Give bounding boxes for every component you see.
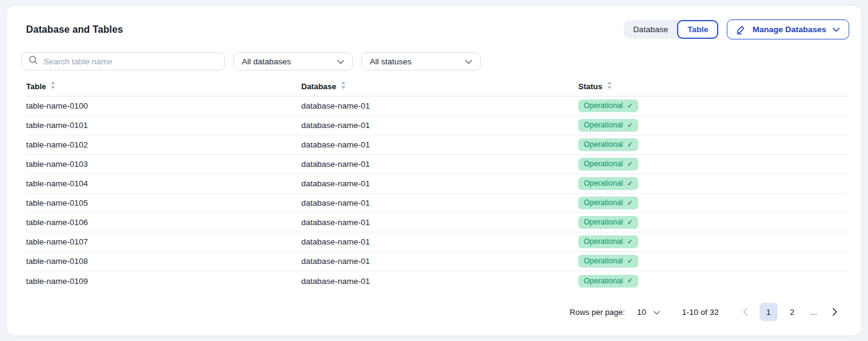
status-badge: Operational✓ — [578, 100, 638, 112]
status-filter-dropdown[interactable]: All statuses — [361, 52, 481, 70]
database-filter-value: All databases — [242, 57, 291, 66]
status-cell: Operational✓ — [578, 158, 848, 170]
database-name-cell: database-name-01 — [301, 237, 578, 246]
filters-bar: All databases All statuses — [7, 39, 861, 70]
table-row: table-name-0106database-name-01Operation… — [26, 213, 848, 232]
table-name-cell: table-name-0100 — [26, 101, 301, 110]
table-row: table-name-0104database-name-01Operation… — [26, 174, 848, 194]
column-header-table[interactable]: Table — [26, 81, 301, 91]
table-name-cell: table-name-0107 — [26, 237, 301, 246]
status-label: Operational — [584, 257, 623, 265]
page-button-2[interactable]: 2 — [783, 303, 801, 321]
view-toggle-table[interactable]: Table — [677, 20, 718, 39]
pager: 1 2 ... — [737, 303, 843, 321]
table-name-cell: table-name-0103 — [26, 160, 301, 169]
table-row: table-name-0103database-name-01Operation… — [26, 155, 848, 174]
table-name-cell: table-name-0105 — [26, 198, 301, 208]
search-input[interactable] — [44, 57, 218, 66]
database-name-cell: database-name-01 — [301, 218, 578, 227]
table-name-cell: table-name-0102 — [26, 140, 301, 149]
table-name-cell: table-name-0101 — [26, 121, 301, 130]
check-icon: ✓ — [627, 277, 633, 285]
check-icon: ✓ — [627, 257, 633, 265]
column-header-status[interactable]: Status — [578, 81, 848, 91]
database-name-cell: database-name-01 — [301, 160, 578, 169]
table-body: table-name-0100database-name-01Operation… — [26, 96, 848, 291]
status-cell: Operational✓ — [578, 100, 848, 112]
database-name-cell: database-name-01 — [301, 101, 578, 110]
sort-icon — [607, 81, 612, 91]
chevron-down-icon — [832, 27, 840, 32]
view-toggle-database[interactable]: Database — [624, 20, 677, 39]
status-cell: Operational✓ — [578, 177, 848, 190]
pagination-ellipsis: ... — [807, 308, 821, 317]
main-card: Database and Tables Database Table Manag… — [6, 5, 862, 336]
table-header-row: Table Database Status — [26, 81, 848, 96]
status-badge: Operational✓ — [578, 255, 638, 268]
status-label: Operational — [584, 277, 623, 285]
page-title: Database and Tables — [26, 24, 123, 35]
manage-databases-label: Manage Databases — [752, 25, 826, 34]
status-label: Operational — [584, 101, 623, 110]
check-icon: ✓ — [627, 199, 633, 207]
rows-per-page-select[interactable]: 10 — [637, 308, 660, 317]
status-cell: Operational✓ — [578, 197, 848, 209]
table-row: table-name-0105database-name-01Operation… — [26, 194, 848, 213]
check-icon: ✓ — [627, 121, 633, 129]
table-name-cell: table-name-0108 — [26, 257, 301, 266]
database-name-cell: database-name-01 — [301, 140, 578, 149]
previous-page-button[interactable] — [737, 303, 754, 320]
tables-list: Table Database Status table-name-0100dat… — [26, 81, 848, 291]
status-badge: Operational✓ — [578, 119, 638, 132]
database-name-cell: database-name-01 — [301, 179, 578, 188]
check-icon: ✓ — [627, 141, 633, 149]
status-cell: Operational✓ — [578, 275, 848, 288]
database-name-cell: database-name-01 — [301, 198, 578, 208]
status-badge: Operational✓ — [578, 138, 638, 151]
table-row: table-name-0107database-name-01Operation… — [26, 232, 848, 252]
status-label: Operational — [584, 179, 623, 187]
database-name-cell: database-name-01 — [301, 257, 578, 266]
check-icon: ✓ — [627, 102, 633, 110]
manage-databases-button[interactable]: Manage Databases — [727, 19, 849, 39]
table-row: table-name-0109database-name-01Operation… — [26, 271, 848, 291]
table-row: table-name-0108database-name-01Operation… — [26, 252, 848, 271]
topbar-controls: Database Table Manage Databases — [624, 19, 849, 39]
status-badge: Operational✓ — [578, 177, 638, 190]
status-label: Operational — [584, 121, 623, 129]
rows-per-page: Rows per page: 10 — [570, 308, 660, 317]
sort-icon — [50, 81, 56, 91]
table-name-cell: table-name-0109 — [26, 277, 301, 286]
pagination-bar: Rows per page: 10 1-10 of 32 1 2 ... — [570, 303, 843, 321]
pagination-range: 1-10 of 32 — [682, 308, 719, 317]
status-badge: Operational✓ — [578, 216, 638, 229]
status-label: Operational — [584, 198, 623, 207]
check-icon: ✓ — [627, 218, 633, 226]
search-box — [21, 52, 225, 70]
check-icon: ✓ — [627, 180, 633, 187]
page-button-1[interactable]: 1 — [760, 303, 778, 321]
status-cell: Operational✓ — [578, 119, 848, 132]
chevron-down-icon — [337, 57, 344, 66]
status-label: Operational — [584, 140, 623, 149]
status-badge: Operational✓ — [578, 197, 638, 209]
table-name-cell: table-name-0104 — [26, 179, 301, 188]
database-filter-dropdown[interactable]: All databases — [233, 52, 353, 70]
view-toggle: Database Table — [624, 20, 718, 39]
status-label: Operational — [584, 237, 623, 246]
status-label: Operational — [584, 160, 623, 168]
status-filter-value: All statuses — [370, 57, 412, 66]
database-name-cell: database-name-01 — [301, 121, 578, 130]
pencil-icon — [736, 24, 746, 35]
next-page-button[interactable] — [826, 303, 843, 320]
column-header-database[interactable]: Database — [301, 81, 578, 91]
check-icon: ✓ — [627, 238, 633, 246]
table-name-cell: table-name-0106 — [26, 218, 301, 227]
status-badge: Operational✓ — [578, 158, 638, 170]
status-badge: Operational✓ — [578, 275, 638, 288]
check-icon: ✓ — [627, 160, 633, 168]
status-cell: Operational✓ — [578, 216, 848, 229]
sort-icon — [341, 81, 346, 91]
chevron-down-icon — [465, 57, 472, 66]
database-name-cell: database-name-01 — [301, 277, 578, 286]
